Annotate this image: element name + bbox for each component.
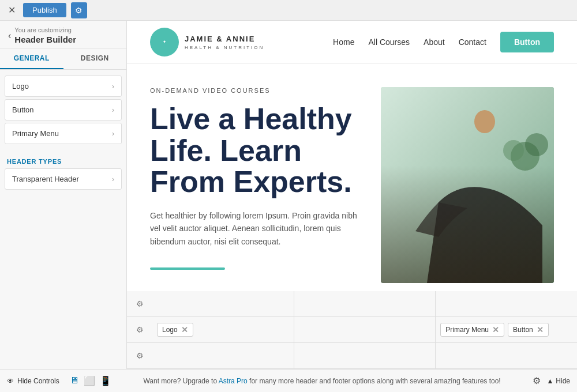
row2-cell-right: Primary Menu ✕ Button ✕ [436,317,577,342]
chevron-right-icon: › [112,175,114,183]
row1-cell-left [152,291,294,316]
preview-nav: ✦ JAMIE & ANNIE HEALTH & NUTRITION Home … [127,21,577,64]
logo-text-sub: HEALTH & NUTRITION [185,45,264,50]
hero-image [381,87,554,283]
hide-controls-button[interactable]: 👁 Hide Controls [7,377,59,385]
hide-button[interactable]: ▲ Hide [546,377,570,385]
astra-pro-link[interactable]: Astra Pro [219,377,248,385]
upgrade-text: Want more? Upgrade to [143,377,218,385]
tabs: General Design [0,48,126,70]
nav-cta-button[interactable]: Button [500,32,554,52]
logo-circle: ✦ [150,28,179,56]
bottom-bar: 👁 Hide Controls 🖥 ⬜ 📱 Want more? Upgrade… [0,369,577,392]
svg-point-1 [474,110,495,133]
chevron-right-icon: › [112,130,114,138]
settings-button[interactable]: ⚙ [71,2,87,18]
nav-link-contact[interactable]: Contact [459,37,486,47]
logo-tag[interactable]: Logo ✕ [157,323,193,337]
chevron-right-icon: › [112,106,114,114]
primary-menu-tag-close[interactable]: ✕ [492,325,499,334]
customizing-label: You are customizing [14,27,76,33]
sidebar-title: Header Builder [14,35,76,44]
primary-menu-item-label: Primary Menu [12,129,59,138]
header-types-section-label: Header Types [0,150,126,168]
sidebar-item-transparent-header[interactable]: Transparent Header › [5,168,122,190]
hero-title: Live a Healthy Life. Learn From Experts. [150,103,358,198]
preview-area: ✦ JAMIE & ANNIE HEALTH & NUTRITION Home … [127,21,577,369]
hide-label: Hide [556,377,570,385]
eye-icon: 👁 [7,377,14,385]
hero-description: Get healthier by following lorem Ipsum. … [150,209,358,248]
primary-menu-tag-label: Primary Menu [445,326,489,334]
sidebar-items: Logo › Button › Primary Menu › [0,70,126,150]
hero-label: ON-DEMAND VIDEO COURSES [150,87,358,94]
button-tag-label: Button [513,326,533,334]
gear-icon: ⚙ [75,6,83,15]
builder-row-1: ⚙ [127,291,577,317]
gear-icon: ⚙ [136,325,144,334]
sidebar-header: ‹ You are customizing Header Builder [0,21,126,48]
upgrade-suffix: for many more header and footer options … [248,377,501,385]
nav-link-all-courses[interactable]: All Courses [368,37,410,47]
row2-gear[interactable]: ⚙ [127,325,152,334]
back-button[interactable]: ‹ [8,31,11,41]
logo-text-main: JAMIE & ANNIE [185,34,264,44]
tab-design[interactable]: Design [63,48,127,69]
row3-cell-center [294,343,436,368]
sidebar-item-logo[interactable]: Logo › [5,76,122,97]
close-button[interactable]: ✕ [5,3,18,17]
button-item-label: Button [12,105,34,114]
row3-gear[interactable]: ⚙ [127,351,152,360]
top-bar: ✕ Publish ⚙ [0,0,577,21]
row1-cell-right [436,291,577,316]
hero-section: ON-DEMAND VIDEO COURSES Live a Healthy L… [127,64,577,291]
transparent-header-label: Transparent Header [12,175,79,183]
publish-button[interactable]: Publish [23,3,66,17]
hide-controls-label: Hide Controls [17,377,59,385]
primary-menu-tag[interactable]: Primary Menu ✕ [440,323,504,337]
row3-cell-right [436,343,577,368]
nav-link-about[interactable]: About [424,37,445,47]
button-tag[interactable]: Button ✕ [508,323,549,337]
logo-tag-label: Logo [162,326,178,334]
svg-point-4 [503,140,524,161]
svg-point-3 [525,133,548,156]
row1-cell-center [294,291,436,316]
nav-link-home[interactable]: Home [333,37,354,47]
chevron-right-icon: › [112,82,114,91]
main-area: ‹ You are customizing Header Builder Gen… [0,21,577,369]
sidebar-item-primary-menu[interactable]: Primary Menu › [5,123,122,144]
logo-item-label: Logo [12,82,29,91]
website-preview: ✦ JAMIE & ANNIE HEALTH & NUTRITION Home … [127,21,577,291]
row3-cell-left [152,343,294,368]
row2-cell-center [294,317,436,342]
bottom-left: 👁 Hide Controls 🖥 ⬜ 📱 [7,375,111,386]
builder-row-2: ⚙ Logo ✕ Primary Menu ✕ Button [127,317,577,343]
bottom-center: Want more? Upgrade to Astra Pro for many… [117,377,527,385]
header-builder-rows: ⚙ ⚙ Logo [127,291,577,369]
builder-row-3: ⚙ [127,343,577,369]
device-icons: 🖥 ⬜ 📱 [70,375,111,386]
desktop-icon[interactable]: 🖥 [70,375,79,386]
logo-tag-close[interactable]: ✕ [181,325,188,334]
tab-general[interactable]: General [0,48,63,69]
bottom-right: ⚙ ▲ Hide [533,375,570,386]
button-tag-close[interactable]: ✕ [537,325,544,334]
svg-rect-0 [381,87,554,283]
hero-cta-bar [150,267,225,270]
mobile-icon[interactable]: 📱 [100,375,111,386]
preview-logo: ✦ JAMIE & ANNIE HEALTH & NUTRITION [150,28,264,56]
row1-gear[interactable]: ⚙ [127,299,152,308]
gear-icon: ⚙ [136,351,144,360]
sidebar-item-button[interactable]: Button › [5,99,122,120]
tablet-icon[interactable]: ⬜ [84,375,95,386]
nav-links: Home All Courses About Contact Button [333,32,554,52]
hero-content: ON-DEMAND VIDEO COURSES Live a Healthy L… [150,87,358,283]
sidebar: ‹ You are customizing Header Builder Gen… [0,21,127,369]
bottom-gear-icon[interactable]: ⚙ [533,375,541,386]
hide-arrow-icon: ▲ [546,377,553,385]
row2-cell-left: Logo ✕ [152,317,294,342]
gear-icon: ⚙ [136,299,144,308]
